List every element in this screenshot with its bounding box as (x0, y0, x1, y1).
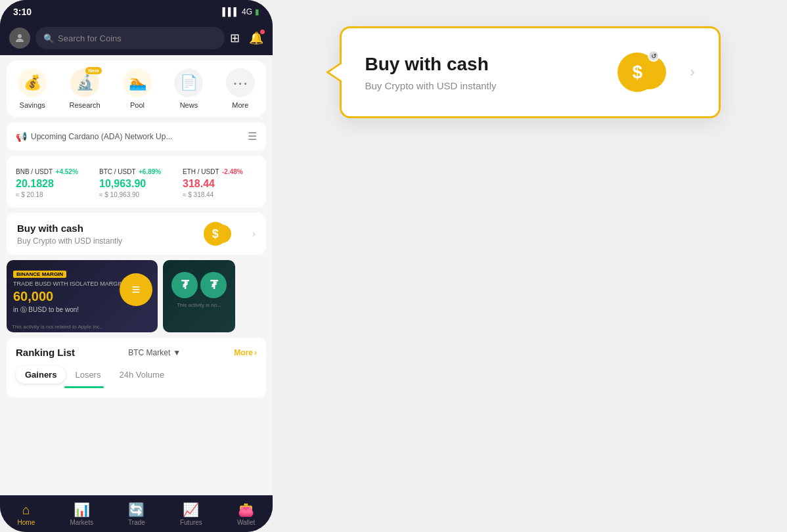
avatar[interactable] (9, 28, 30, 49)
more-chevron-icon: › (254, 348, 257, 357)
nav-markets[interactable]: 📊 Markets (70, 502, 93, 526)
trade-icon: 🔄 (128, 502, 145, 518)
battery-icon: ▮ (255, 7, 259, 16)
home-icon: ⌂ (22, 502, 30, 518)
eth-price: 318.44 (183, 178, 257, 190)
bnb-usd: ≈ $ 20.18 (16, 191, 90, 198)
tether-coin-icon: ₮ (171, 272, 198, 298)
ranking-tabs: Gainers Losers 24h Volume (16, 366, 257, 384)
promo-banners: BINANCE MARGIN TRADE BUSD WITH ISOLATED … (7, 260, 266, 332)
bnb-price: 20.1828 (16, 178, 90, 190)
dropdown-arrow-icon: ▼ (173, 348, 181, 357)
promo-banner-left[interactable]: BINANCE MARGIN TRADE BUSD WITH ISOLATED … (7, 260, 158, 332)
search-bar[interactable]: 🔍 Search for Coins (35, 27, 225, 49)
quick-item-pool[interactable]: 🏊 Pool (123, 68, 152, 109)
btc-usd: ≈ $ 10,963.90 (99, 191, 173, 198)
buy-cash-icons: $ ₿ › (204, 222, 256, 246)
status-bar: 3:10 ▌▌▌ 4G ▮ (0, 0, 273, 21)
dollar-icon: $ (204, 222, 227, 246)
ticker-pair-eth: ETH / USDT -2.48% (183, 165, 257, 177)
trade-label: Trade (128, 519, 145, 526)
pool-icon: 🏊 (123, 68, 152, 97)
popup-chevron-right-icon: › (690, 64, 694, 81)
tab-gainers[interactable]: Gainers (16, 366, 66, 384)
popup-title: Buy with cash (365, 54, 618, 75)
quick-item-research[interactable]: 🔬 New Research (70, 68, 101, 109)
search-placeholder: Search for Coins (58, 33, 122, 43)
ticker-row: BNB / USDT +4.52% 20.1828 ≈ $ 20.18 BTC … (16, 165, 257, 198)
buy-with-cash-card[interactable]: Buy with cash Buy Crypto with USD instan… (7, 213, 266, 255)
buy-cash-subtitle: Buy Crypto with USD instantly (17, 236, 122, 246)
nav-home[interactable]: ⌂ Home (18, 502, 35, 526)
markets-label: Markets (70, 519, 93, 526)
tether-coin-icon-2: ₮ (200, 272, 227, 298)
ranking-filter-dropdown[interactable]: BTC Market ▼ (128, 348, 181, 357)
bell-icon[interactable]: 🔔 (249, 31, 263, 45)
ticker-eth[interactable]: ETH / USDT -2.48% 318.44 ≈ $ 318.44 (183, 165, 257, 198)
search-icon: 🔍 (43, 33, 54, 43)
buy-cash-left: Buy with cash Buy Crypto with USD instan… (17, 223, 122, 246)
ticker-pair-btc: BTC / USDT +6.89% (99, 165, 173, 177)
chevron-right-icon: › (252, 228, 256, 240)
popup-icons: $ ↺ ₿ › (618, 53, 694, 92)
announcement-text: 📢 Upcoming Cardano (ADA) Network Up... (16, 131, 172, 142)
promo-disclaimer: This activity is not related to Apple In… (12, 324, 102, 330)
quick-item-news[interactable]: 📄 News (174, 68, 203, 109)
nav-trade[interactable]: 🔄 Trade (128, 502, 145, 526)
news-icon: 📄 (174, 68, 203, 97)
wallet-label: Wallet (237, 519, 255, 526)
nav-icons: ⊞ 🔔 (230, 31, 263, 45)
quick-item-savings[interactable]: 💰 Savings (18, 68, 47, 109)
popup-left: Buy with cash Buy Crypto with USD instan… (365, 54, 618, 91)
buy-cash-popup-card[interactable]: Buy with cash Buy Crypto with USD instan… (340, 26, 721, 118)
ranking-title: Ranking List (16, 347, 75, 358)
signal-icon: ▌▌▌ (222, 7, 239, 16)
popup-area: Buy with cash Buy Crypto with USD instan… (273, 0, 787, 144)
news-label: News (180, 101, 198, 109)
pool-label: Pool (130, 101, 145, 109)
buy-cash-title: Buy with cash (17, 223, 122, 234)
ticker-btc[interactable]: BTC / USDT +6.89% 10,963.90 ≈ $ 10,963.9… (99, 165, 173, 198)
home-label: Home (18, 519, 35, 526)
markets-icon: 📊 (74, 502, 90, 518)
more-icon: ··· (226, 68, 255, 97)
promo-banner-right[interactable]: ₮ ₮ This activity is no... (163, 260, 235, 332)
scan-icon[interactable]: ⊞ (230, 31, 240, 45)
nav-wallet[interactable]: 👛 Wallet (237, 502, 255, 526)
binance-margin-label: BINANCE MARGIN (13, 271, 66, 278)
bottom-nav: ⌂ Home 📊 Markets 🔄 Trade 📈 Futures 👛 Wal… (0, 495, 273, 532)
ranking-section: Ranking List BTC Market ▼ More › Gainers… (7, 338, 266, 397)
btc-price: 10,963.90 (99, 178, 173, 190)
network-type: 4G (242, 7, 252, 16)
promo-currency: in ⓑ BUSD to be won! (13, 305, 151, 315)
more-label: More (232, 101, 248, 109)
ticker-bnb[interactable]: BNB / USDT +4.52% 20.1828 ≈ $ 20.18 (16, 165, 90, 198)
svg-point-0 (18, 34, 22, 38)
phone-container: 3:10 ▌▌▌ 4G ▮ 🔍 Search for Coins ⊞ 🔔 💰 (0, 0, 273, 532)
quick-item-more[interactable]: ··· More (226, 68, 255, 109)
popup-subtitle: Buy Crypto with USD instantly (365, 80, 618, 91)
popup-dollar-icon: $ ↺ (618, 53, 657, 92)
status-time: 3:10 (13, 7, 32, 17)
list-icon: ☰ (248, 130, 257, 143)
wallet-icon: 👛 (238, 502, 254, 518)
status-icons: ▌▌▌ 4G ▮ (222, 7, 259, 16)
tab-losers[interactable]: Losers (66, 366, 110, 384)
announcement-content: Upcoming Cardano (ADA) Network Up... (31, 132, 172, 141)
savings-icon: 💰 (18, 68, 47, 97)
top-nav: 🔍 Search for Coins ⊞ 🔔 (0, 21, 273, 55)
tab-active-indicator (64, 386, 104, 388)
ranking-more-button[interactable]: More › (234, 348, 257, 357)
futures-icon: 📈 (183, 502, 199, 518)
research-label: Research (70, 101, 101, 109)
savings-label: Savings (20, 101, 45, 109)
eth-usd: ≈ $ 318.44 (183, 191, 257, 198)
quick-access-grid: 💰 Savings 🔬 New Research 🏊 Pool 📄 News ·… (7, 60, 266, 117)
megaphone-icon: 📢 (16, 131, 27, 142)
price-ticker: BNB / USDT +4.52% 20.1828 ≈ $ 20.18 BTC … (7, 156, 266, 208)
tab-24h-volume[interactable]: 24h Volume (110, 366, 173, 384)
announcement-bar[interactable]: 📢 Upcoming Cardano (ADA) Network Up... ☰ (7, 122, 266, 150)
nav-futures[interactable]: 📈 Futures (180, 502, 202, 526)
futures-label: Futures (180, 519, 202, 526)
ticker-pair-bnb: BNB / USDT +4.52% (16, 165, 90, 177)
